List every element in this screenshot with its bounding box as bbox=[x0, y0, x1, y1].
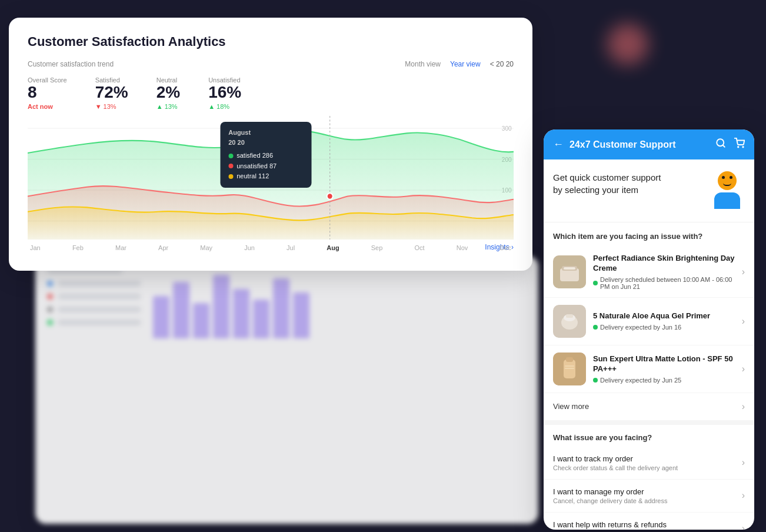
product-delivery-3: Delivery expected by Jun 25 bbox=[593, 377, 735, 384]
x-label-may: May bbox=[200, 244, 212, 251]
svg-rect-16 bbox=[564, 267, 575, 270]
blurred-background-card bbox=[35, 256, 538, 524]
product-image-2 bbox=[553, 305, 586, 338]
x-label-mar: Mar bbox=[115, 244, 126, 251]
product-delivery-1: Delivery scheduled between 10:00 AM - 06… bbox=[593, 276, 735, 290]
back-button[interactable]: ← bbox=[553, 138, 564, 151]
issue-chevron-2: › bbox=[742, 490, 745, 501]
issue-info-1: I want to track my order Check order sta… bbox=[553, 454, 678, 471]
product-info-2: 5 Naturale Aloe Aqua Gel Primer Delivery… bbox=[593, 311, 735, 331]
product-delivery-2: Delivery expected by Jun 16 bbox=[593, 324, 735, 331]
trend-label: Customer satisfaction trend bbox=[28, 60, 114, 68]
agent-avatar bbox=[710, 171, 745, 212]
unsatisfied-value: 16% bbox=[208, 84, 241, 102]
stats-row: Overall Score 8 Act now Satisfied 72% ▼ … bbox=[28, 77, 514, 110]
product-name-3: Sun Expert Ultra Matte Lotion - SPF 50 P… bbox=[593, 354, 735, 374]
x-axis: Jan Feb Mar Apr May Jun Jul Aug Sep Oct … bbox=[28, 244, 514, 251]
neutral-change: ▲ 13% bbox=[156, 103, 180, 110]
support-card: ← 24x7 Customer Support Get quick custom… bbox=[544, 129, 754, 530]
issue-sub-1: Check order status & call the delivery a… bbox=[553, 464, 678, 471]
product-image-3 bbox=[553, 353, 586, 385]
overall-value: 8 bbox=[28, 84, 67, 102]
x-label-jun: Jun bbox=[244, 244, 255, 251]
product-name-2: 5 Naturale Aloe Aqua Gel Primer bbox=[593, 311, 735, 321]
trend-header: Customer satisfaction trend Month view Y… bbox=[28, 60, 514, 68]
satisfied-change: ▼ 13% bbox=[95, 103, 128, 110]
svg-rect-25 bbox=[565, 368, 574, 369]
hero-text: Get quick customer support by selecting … bbox=[553, 171, 671, 196]
search-icon[interactable] bbox=[715, 138, 726, 151]
stat-satisfied: Satisfied 72% ▼ 13% bbox=[95, 77, 128, 110]
analytics-card: Customer Satisfaction Analytics Customer… bbox=[9, 18, 532, 271]
x-label-jul: Jul bbox=[287, 244, 295, 251]
issue-chevron-1: › bbox=[742, 457, 745, 468]
product-item-1[interactable]: Perfect Radiance Skin Brightening Day Cr… bbox=[544, 247, 754, 298]
view-options: Month view Year view bbox=[405, 60, 480, 68]
issue-item-2[interactable]: I want to manage my order Cancel, change… bbox=[544, 480, 754, 513]
product-image-svg-1 bbox=[553, 255, 586, 288]
svg-rect-20 bbox=[566, 314, 573, 318]
svg-point-12 bbox=[742, 147, 744, 148]
issue-section-title: What issue are you facing? bbox=[544, 425, 754, 447]
delivery-dot-1 bbox=[593, 281, 598, 285]
x-label-dec: Dec bbox=[499, 244, 511, 251]
cart-icon[interactable] bbox=[734, 138, 745, 151]
satisfied-value: 72% bbox=[95, 84, 128, 102]
delivery-dot-3 bbox=[593, 378, 598, 383]
chevron-1: › bbox=[742, 267, 745, 277]
product-item-3[interactable]: Sun Expert Ultra Matte Lotion - SPF 50 P… bbox=[544, 345, 754, 393]
delivery-text-2: Delivery expected by Jun 16 bbox=[600, 324, 681, 331]
issue-chevron-3: › bbox=[742, 523, 745, 530]
chart-area: August20 20 satisfied 286 unsatisfied 87… bbox=[28, 116, 514, 240]
svg-point-8 bbox=[327, 193, 333, 200]
avatar-body bbox=[714, 192, 740, 209]
product-image-svg-2 bbox=[553, 305, 586, 338]
x-label-feb: Feb bbox=[72, 244, 84, 251]
x-label-sep: Sep bbox=[371, 244, 383, 251]
x-label-oct: Oct bbox=[414, 244, 424, 251]
product-name-1: Perfect Radiance Skin Brightening Day Cr… bbox=[593, 254, 735, 274]
year-view[interactable]: Year view bbox=[450, 60, 481, 68]
hero-section: Get quick customer support by selecting … bbox=[544, 159, 754, 222]
support-body[interactable]: Get quick customer support by selecting … bbox=[544, 159, 754, 530]
chart-svg: 300 200 100 bbox=[28, 116, 514, 240]
x-label-aug: Aug bbox=[327, 244, 339, 251]
product-info-3: Sun Expert Ultra Matte Lotion - SPF 50 P… bbox=[593, 354, 735, 384]
header-icons bbox=[715, 138, 745, 151]
delivery-dot-2 bbox=[593, 325, 598, 330]
issue-info-3: I want help with returns & refunds Manag… bbox=[553, 520, 667, 530]
svg-rect-23 bbox=[566, 357, 573, 362]
decorative-blob bbox=[607, 24, 648, 65]
product-image-1 bbox=[553, 255, 586, 288]
issue-item-1[interactable]: I want to track my order Check order sta… bbox=[544, 447, 754, 480]
which-item-title: Which item are you facing an issue with? bbox=[544, 222, 754, 247]
issue-title-2: I want to manage my order bbox=[553, 487, 667, 496]
delivery-text-1: Delivery scheduled between 10:00 AM - 06… bbox=[600, 276, 735, 290]
overall-change: Act now bbox=[28, 103, 67, 110]
issue-sub-2: Cancel, change delivery date & address bbox=[553, 497, 667, 504]
svg-rect-24 bbox=[565, 365, 574, 367]
issue-title-1: I want to track my order bbox=[553, 454, 678, 463]
stat-unsatisfied: Unsatisfied 16% ▲ 18% bbox=[208, 77, 241, 110]
x-label-jan: Jan bbox=[30, 244, 41, 251]
neutral-value: 2% bbox=[156, 84, 180, 102]
svg-line-10 bbox=[722, 145, 724, 147]
view-more-button[interactable]: View more › bbox=[544, 393, 754, 425]
delivery-text-3: Delivery expected by Jun 25 bbox=[600, 377, 681, 384]
year-nav[interactable]: < 20 20 bbox=[490, 60, 514, 68]
x-label-nov: Nov bbox=[457, 244, 468, 251]
product-info-1: Perfect Radiance Skin Brightening Day Cr… bbox=[593, 254, 735, 290]
avatar-head bbox=[718, 171, 737, 190]
support-header: ← 24x7 Customer Support bbox=[544, 129, 754, 159]
stat-neutral: Neutral 2% ▲ 13% bbox=[156, 77, 180, 110]
issue-title-3: I want help with returns & refunds bbox=[553, 520, 667, 529]
analytics-title: Customer Satisfaction Analytics bbox=[28, 34, 514, 49]
chevron-2: › bbox=[742, 316, 745, 327]
svg-point-11 bbox=[738, 147, 739, 148]
issue-item-3[interactable]: I want help with returns & refunds Manag… bbox=[544, 513, 754, 530]
support-title: 24x7 Customer Support bbox=[569, 139, 710, 150]
product-item-2[interactable]: 5 Naturale Aloe Aqua Gel Primer Delivery… bbox=[544, 298, 754, 345]
month-view[interactable]: Month view bbox=[405, 60, 441, 68]
view-more-chevron: › bbox=[742, 401, 745, 412]
svg-text:300: 300 bbox=[502, 125, 512, 132]
